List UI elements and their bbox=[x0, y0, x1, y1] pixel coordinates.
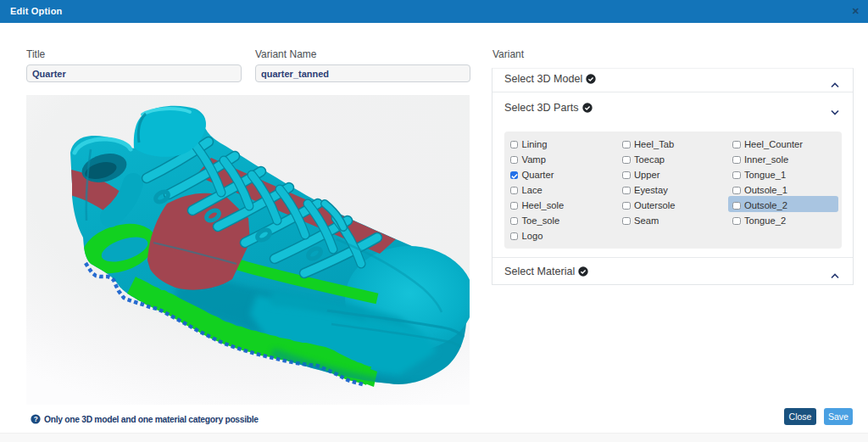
svg-text:?: ? bbox=[34, 416, 38, 423]
